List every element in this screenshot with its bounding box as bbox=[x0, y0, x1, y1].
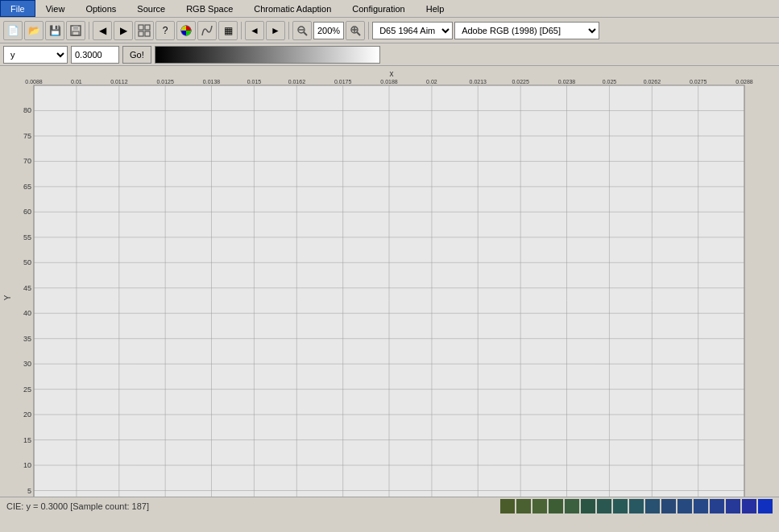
color-wheel-button[interactable] bbox=[176, 21, 196, 40]
chromatic-adaption-menu[interactable]: Chromatic Adaption bbox=[243, 0, 342, 17]
svg-rect-1 bbox=[73, 26, 78, 30]
options-menu[interactable]: Options bbox=[75, 0, 126, 17]
save-button[interactable]: 💾 bbox=[45, 21, 64, 40]
svg-rect-5 bbox=[139, 31, 143, 36]
svg-line-16 bbox=[357, 32, 360, 35]
gradient-preview bbox=[155, 46, 380, 64]
status-swatch-4 bbox=[565, 499, 579, 513]
status-swatch-8 bbox=[629, 499, 644, 513]
status-swatch-7 bbox=[613, 499, 628, 513]
status-swatch-5 bbox=[581, 499, 595, 513]
file-menu[interactable]: File bbox=[0, 0, 35, 17]
status-bar: CIE: y = 0.3000 [Sample count: 187] bbox=[0, 497, 779, 514]
y-axis-label: Y bbox=[3, 295, 12, 300]
nav-back-button[interactable]: ◀ bbox=[93, 21, 112, 40]
new-button[interactable]: 📄 bbox=[3, 21, 23, 40]
toolbar-sep-3 bbox=[288, 22, 289, 39]
open-button[interactable]: 📂 bbox=[24, 21, 44, 40]
right-button[interactable]: ► bbox=[266, 21, 285, 40]
view-menu[interactable]: View bbox=[35, 0, 76, 17]
source-menu[interactable]: Source bbox=[126, 0, 176, 17]
grid-button[interactable]: ▦ bbox=[218, 21, 238, 40]
curve-button[interactable] bbox=[197, 21, 217, 40]
status-swatches bbox=[500, 499, 773, 513]
info-button[interactable]: ? bbox=[155, 21, 175, 40]
status-swatch-1 bbox=[516, 499, 531, 513]
left-button[interactable]: ◄ bbox=[245, 21, 264, 40]
svg-rect-6 bbox=[145, 31, 150, 36]
nav-fwd-button[interactable]: ▶ bbox=[114, 21, 133, 40]
status-swatch-0 bbox=[500, 499, 515, 513]
slice-input[interactable] bbox=[71, 46, 119, 64]
toolbar-sep-4 bbox=[368, 22, 369, 39]
menubar: File View Options Source RGB Space Chrom… bbox=[0, 0, 779, 18]
go-button[interactable]: Go! bbox=[122, 46, 151, 64]
status-swatch-12 bbox=[694, 499, 708, 513]
status-swatch-9 bbox=[645, 499, 660, 513]
toolbar: 📄 📂 💾 ◀ ▶ ? bbox=[0, 18, 779, 43]
main-content: x Y CIE: y = 0.3000 [Sample count: 187] bbox=[0, 66, 779, 514]
profile-select[interactable]: Adobe RGB (1998) [D65] bbox=[454, 22, 599, 39]
color-chart bbox=[3, 69, 760, 514]
svg-rect-4 bbox=[145, 25, 150, 30]
status-swatch-10 bbox=[661, 499, 676, 513]
view-btn[interactable] bbox=[135, 21, 154, 40]
status-swatch-3 bbox=[549, 499, 563, 513]
rgb-space-menu[interactable]: RGB Space bbox=[176, 0, 243, 17]
status-swatch-11 bbox=[677, 499, 692, 513]
toolbar-sep-1 bbox=[89, 22, 89, 39]
zoom-out-icon[interactable] bbox=[292, 21, 312, 40]
status-swatch-13 bbox=[710, 499, 724, 513]
help-menu[interactable]: Help bbox=[416, 0, 455, 17]
illuminant-select[interactable]: D65 1964 Aim bbox=[372, 22, 453, 39]
controls-bar: y Go! bbox=[0, 43, 779, 66]
status-swatch-15 bbox=[742, 499, 756, 513]
zoom-in-icon[interactable] bbox=[346, 21, 365, 40]
svg-rect-3 bbox=[139, 25, 143, 30]
axis-select[interactable]: y bbox=[3, 46, 68, 64]
configuration-menu[interactable]: Configuration bbox=[342, 0, 415, 17]
x-axis-label: x bbox=[390, 69, 394, 78]
status-swatch-2 bbox=[532, 499, 547, 513]
status-swatch-6 bbox=[597, 499, 611, 513]
save-as-button[interactable] bbox=[66, 21, 85, 40]
status-text: CIE: y = 0.3000 [Sample count: 187] bbox=[6, 501, 149, 511]
svg-line-12 bbox=[304, 32, 307, 35]
status-swatch-14 bbox=[726, 499, 740, 513]
toolbar-sep-2 bbox=[241, 22, 242, 39]
zoom-display: 200% bbox=[313, 22, 344, 39]
status-swatch-last bbox=[758, 499, 773, 513]
